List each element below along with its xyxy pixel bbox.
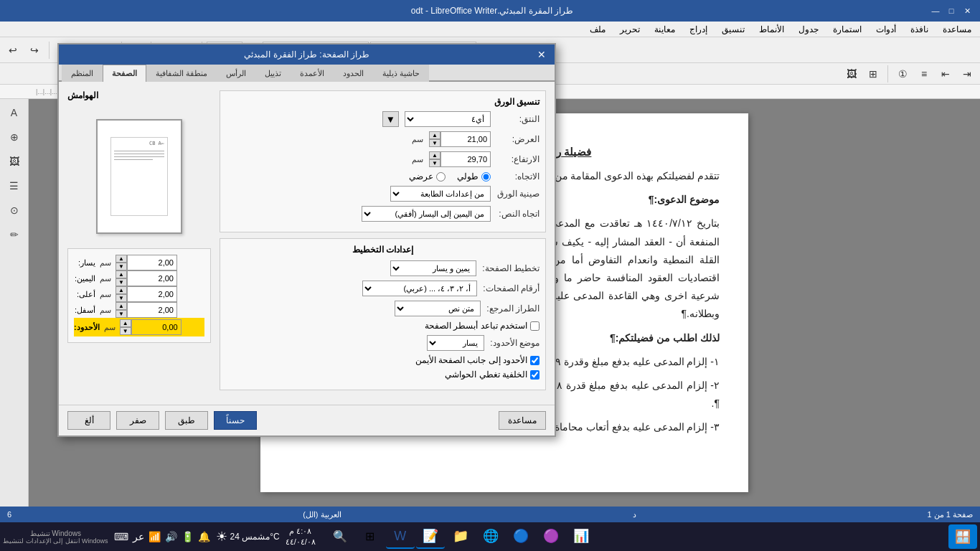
height-input[interactable] xyxy=(440,151,491,167)
landscape-option[interactable]: عرضي xyxy=(409,171,446,182)
taskbar-chrome[interactable]: 🌐 xyxy=(476,524,505,549)
battery-icon[interactable]: 🔋 xyxy=(182,531,194,542)
margin-top-input[interactable] xyxy=(127,286,177,302)
maximize-button[interactable]: □ xyxy=(944,4,958,18)
outdent-button[interactable]: ⇤ xyxy=(936,64,956,84)
tab-borders[interactable]: الحدود xyxy=(334,65,373,82)
taskbar-excel[interactable]: 📊 xyxy=(567,524,595,549)
tab-header[interactable]: الرأس xyxy=(217,65,255,82)
language-icon[interactable]: عر xyxy=(133,531,144,542)
bg-covers-checkbox-label[interactable]: الخلفية تغطي الحواشي xyxy=(445,369,540,380)
notifications-icon[interactable]: 🔔 xyxy=(198,531,210,542)
ref-frame-select[interactable]: متن نص xyxy=(395,301,481,316)
mb-up-btn[interactable]: ▲ xyxy=(116,302,127,310)
mg-down-btn[interactable]: ▼ xyxy=(120,327,131,335)
border-pos-select[interactable]: يسار xyxy=(427,335,484,351)
portrait-option[interactable]: طولي xyxy=(457,171,491,182)
tab-footnote[interactable]: حاشية ذيلية xyxy=(373,65,429,82)
mt-up-btn[interactable]: ▲ xyxy=(116,286,127,294)
tab-page[interactable]: الصفحة xyxy=(103,65,146,82)
height-up-btn[interactable]: ▲ xyxy=(429,151,440,159)
menu-format[interactable]: تنسيق xyxy=(716,23,750,36)
menu-window[interactable]: نافذة xyxy=(905,23,934,36)
bg-covers-checkbox[interactable] xyxy=(530,370,540,380)
mr-up-btn[interactable]: ▲ xyxy=(116,270,127,278)
tab-manager[interactable]: المنظم xyxy=(62,65,103,82)
close-button[interactable]: ✕ xyxy=(960,4,974,18)
line-spacing-checkbox[interactable] xyxy=(530,321,540,331)
taskbar-weather[interactable]: ☀ مشمس 24°C xyxy=(216,529,280,545)
mt-down-btn[interactable]: ▼ xyxy=(116,294,127,302)
dialog-close-button[interactable]: ✕ xyxy=(534,47,549,62)
margin-bottom-input[interactable] xyxy=(127,302,177,318)
menu-form[interactable]: استمارة xyxy=(827,23,867,36)
activation-link[interactable]: انتقل إلى الإعدادات لتنشيط Windows xyxy=(3,537,108,545)
line-spacing-checkbox-label[interactable]: استخدم تباعد أبسطر الصفحة xyxy=(425,321,540,331)
keyboard-icon[interactable]: ⌨ xyxy=(114,531,128,542)
width-down-btn[interactable]: ▼ xyxy=(429,139,440,147)
mb-down-btn[interactable]: ▼ xyxy=(116,310,127,318)
menu-view[interactable]: معاينة xyxy=(649,23,681,36)
text-direction-select[interactable]: من اليمين إلى اليسار (أفقي) xyxy=(362,206,491,222)
paper-tray-select[interactable]: من إعدادات الطابعة xyxy=(390,186,491,202)
menu-help[interactable]: مساعدة xyxy=(937,23,977,36)
taskbar-clock[interactable]: ٤:٠٨ م ٤٤/٠٤/٠٨ xyxy=(286,526,316,548)
margin-left-input[interactable] xyxy=(127,255,177,270)
sidebar-btn-2[interactable]: ⊕ xyxy=(4,126,25,148)
mg-up-btn[interactable]: ▲ xyxy=(120,319,131,327)
apply-button[interactable]: طبق xyxy=(165,411,208,430)
format-dropdown-btn[interactable]: ▼ xyxy=(382,111,399,127)
ml-down-btn[interactable]: ▼ xyxy=(116,263,127,270)
list-button[interactable]: ≡ xyxy=(914,64,934,84)
image-button[interactable]: 🖼 xyxy=(842,64,862,84)
landscape-radio[interactable] xyxy=(436,172,446,182)
tab-columns[interactable]: الأعمدة xyxy=(291,65,334,82)
margin-gutter-input[interactable] xyxy=(131,319,182,335)
menu-tools[interactable]: أدوات xyxy=(870,23,902,36)
menu-edit[interactable]: تحرير xyxy=(614,23,646,36)
tab-footer[interactable]: تذييل xyxy=(255,65,291,82)
border-right-checkbox[interactable] xyxy=(530,356,540,365)
mr-down-btn[interactable]: ▼ xyxy=(116,278,127,286)
cancel-button[interactable]: ألغ xyxy=(67,411,110,430)
portrait-radio[interactable] xyxy=(481,172,491,182)
taskbar-libreoffice[interactable]: 📝 xyxy=(416,524,445,549)
border-right-checkbox-label[interactable]: الأحدود إلى جانب الصفحة الأيمن xyxy=(415,355,540,365)
ok-button[interactable]: حسناً xyxy=(214,411,257,430)
sidebar-btn-1[interactable]: A xyxy=(4,102,25,123)
sidebar-btn-6[interactable]: ✏ xyxy=(4,224,25,245)
sidebar-btn-3[interactable]: 🖼 xyxy=(4,151,25,172)
format-select[interactable]: أي٤ xyxy=(405,111,491,127)
table-button[interactable]: ⊞ xyxy=(863,64,883,84)
sidebar-btn-4[interactable]: ☰ xyxy=(4,175,25,197)
num-list-button[interactable]: ① xyxy=(892,64,913,84)
minimize-button[interactable]: — xyxy=(928,4,943,18)
sidebar-btn-5[interactable]: ⊙ xyxy=(4,199,25,221)
redo-button[interactable]: ↪ xyxy=(24,40,44,60)
taskbar-taskview[interactable]: ⊞ xyxy=(356,524,385,549)
taskbar-edge[interactable]: 🔵 xyxy=(507,524,535,549)
layout-select[interactable]: يمين و يسار xyxy=(390,260,476,276)
taskbar-explorer[interactable]: 📁 xyxy=(446,524,475,549)
undo-button[interactable]: ↩ xyxy=(3,40,23,60)
network-icon[interactable]: 📶 xyxy=(149,531,161,542)
page-numbers-select[interactable]: أ، ٢، ٣، ٤، ... (عربي) xyxy=(362,281,477,296)
taskbar-search[interactable]: 🔍 xyxy=(326,524,354,549)
tab-transparency[interactable]: منطقة الشفافية xyxy=(146,65,217,82)
ml-up-btn[interactable]: ▲ xyxy=(116,255,127,263)
menu-file[interactable]: ملف xyxy=(584,23,611,36)
height-down-btn[interactable]: ▼ xyxy=(429,159,440,167)
width-input[interactable] xyxy=(440,131,491,147)
margin-right-input[interactable] xyxy=(127,270,177,286)
menu-table[interactable]: جدول xyxy=(793,23,824,36)
taskbar-onenote[interactable]: 🟣 xyxy=(537,524,565,549)
sound-icon[interactable]: 🔊 xyxy=(165,531,177,542)
indent-button[interactable]: ⇥ xyxy=(957,64,977,84)
start-button[interactable]: 🪟 xyxy=(948,524,977,549)
help-button[interactable]: مساعدة xyxy=(499,411,546,430)
reset-button[interactable]: صفر xyxy=(116,411,159,430)
taskbar-word[interactable]: W xyxy=(386,524,415,549)
menu-insert[interactable]: إدراج xyxy=(684,23,713,36)
width-up-btn[interactable]: ▲ xyxy=(429,131,440,139)
menu-styles[interactable]: الأنماط xyxy=(753,23,790,36)
